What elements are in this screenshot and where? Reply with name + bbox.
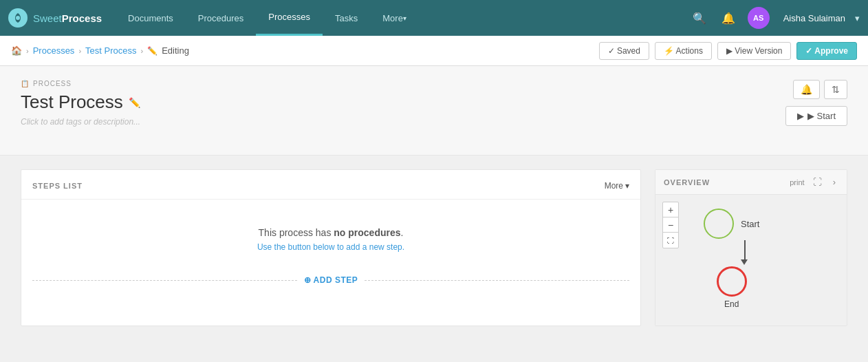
flow-arrow [715, 239, 748, 266]
breadcrumb-editing-icon: ✏️ [147, 46, 158, 56]
process-label: 📋 PROCESS [21, 80, 847, 87]
nav-processes[interactable]: Processes [256, 0, 323, 36]
breadcrumb-editing: Editing [162, 45, 189, 56]
breadcrumb: 🏠 › Processes › Test Process › ✏️ Editin… [11, 45, 599, 56]
flow-arrowhead [741, 259, 748, 265]
process-title-edit-icon[interactable]: ✏️ [129, 97, 140, 108]
notification-icon[interactable]: 🔔 [719, 9, 738, 28]
steps-header: STEPS LIST More ▾ [21, 181, 640, 200]
zoom-fit-button[interactable]: ⛶ [663, 233, 678, 248]
flow-start-node: Start [704, 209, 759, 239]
end-label: End [724, 299, 739, 309]
overview-expand-button[interactable]: ⛶ [810, 175, 825, 189]
breadcrumb-processes[interactable]: Processes [33, 45, 75, 56]
nav-documents[interactable]: Documents [116, 0, 186, 36]
breadcrumb-home-icon[interactable]: 🏠 [11, 45, 22, 56]
brand[interactable]: SweetProcess [8, 8, 102, 28]
process-header: 📋 PROCESS Test Process ✏️ Click to add t… [0, 66, 868, 156]
user-dropdown-icon[interactable]: ▾ [855, 13, 860, 23]
steps-more-chevron-icon: ▾ [625, 181, 629, 191]
overview-print-button[interactable]: print [790, 178, 804, 187]
nav-right: 🔍 🔔 AS Aisha Sulaiman ▾ [690, 7, 860, 29]
process-doc-icon: 📋 [21, 80, 30, 87]
breadcrumb-bar: 🏠 › Processes › Test Process › ✏️ Editin… [0, 36, 868, 66]
reorder-button[interactable]: ⇅ [824, 80, 847, 99]
process-top-buttons: 🔔 ⇅ [793, 80, 847, 99]
add-step-button[interactable]: ⊕ ADD STEP [297, 275, 365, 285]
nav-procedures[interactable]: Procedures [186, 0, 256, 36]
breadcrumb-test-process[interactable]: Test Process [85, 45, 136, 56]
zoom-in-button[interactable]: + [663, 202, 678, 217]
brand-sweet: Sweet [33, 12, 62, 24]
end-circle [717, 266, 747, 297]
process-header-actions: 🔔 ⇅ ▶ ▶ Start [785, 80, 847, 126]
overview-controls: print ⛶ › [790, 175, 838, 189]
steps-more-button[interactable]: More ▾ [605, 181, 629, 191]
brand-logo [8, 8, 28, 28]
steps-empty: This process has no procedures. Use the … [21, 200, 640, 266]
notify-bell-button[interactable]: 🔔 [793, 80, 820, 99]
breadcrumb-sep-1: › [26, 47, 29, 55]
view-version-button[interactable]: ▶ View Version [717, 42, 792, 60]
approve-button[interactable]: ✓ Approve [796, 42, 857, 60]
breadcrumb-sep-3: › [140, 47, 143, 55]
start-play-icon: ▶ [797, 111, 804, 121]
navbar: SweetProcess Documents Procedures Proces… [0, 0, 868, 36]
overview-next-button[interactable]: › [830, 175, 838, 189]
steps-panel: STEPS LIST More ▾ This process has no pr… [21, 169, 641, 326]
nav-tasks[interactable]: Tasks [323, 0, 370, 36]
start-circle [704, 209, 734, 239]
breadcrumb-actions: ✓ Saved ⚡ Actions ▶ View Version ✓ Appro… [599, 42, 857, 60]
add-step-line-right [365, 280, 629, 281]
overview-map: + − ⛶ Start End [655, 195, 847, 326]
add-step-line-left [32, 280, 297, 281]
search-icon[interactable]: 🔍 [690, 9, 709, 28]
actions-button[interactable]: ⚡ Actions [655, 42, 712, 60]
overview-header: OVERVIEW print ⛶ › [655, 170, 847, 195]
steps-empty-sub: Use the button below to add a new step. [35, 242, 627, 252]
start-button[interactable]: ▶ ▶ Start [785, 106, 847, 126]
steps-title: STEPS LIST [32, 182, 83, 190]
process-description[interactable]: Click to add tags or description... [21, 117, 847, 127]
breadcrumb-sep-2: › [78, 47, 81, 55]
avatar: AS [748, 7, 770, 29]
flow-end-node [717, 266, 747, 297]
add-step-row: ⊕ ADD STEP [21, 266, 640, 285]
overview-panel: OVERVIEW print ⛶ › + − ⛶ Start [655, 169, 847, 326]
brand-process: Process [62, 12, 102, 24]
saved-button[interactable]: ✓ Saved [599, 42, 649, 60]
start-label: Start [741, 219, 759, 229]
process-title: Test Process [21, 92, 123, 113]
overview-title: OVERVIEW [664, 178, 710, 187]
svg-point-0 [16, 16, 20, 20]
process-title-row: Test Process ✏️ [21, 92, 847, 113]
main-content: STEPS LIST More ▾ This process has no pr… [0, 156, 868, 340]
nav-links: Documents Procedures Processes Tasks Mor… [116, 0, 690, 36]
nav-more[interactable]: More [370, 0, 419, 36]
flow-diagram: Start End [704, 209, 759, 309]
user-name[interactable]: Aisha Sulaiman [783, 13, 845, 23]
flow-connector-line [744, 240, 746, 259]
zoom-out-button[interactable]: − [663, 217, 678, 233]
overview-zoom-controls: + − ⛶ [662, 202, 679, 248]
steps-empty-message: This process has no procedures. [35, 227, 627, 238]
